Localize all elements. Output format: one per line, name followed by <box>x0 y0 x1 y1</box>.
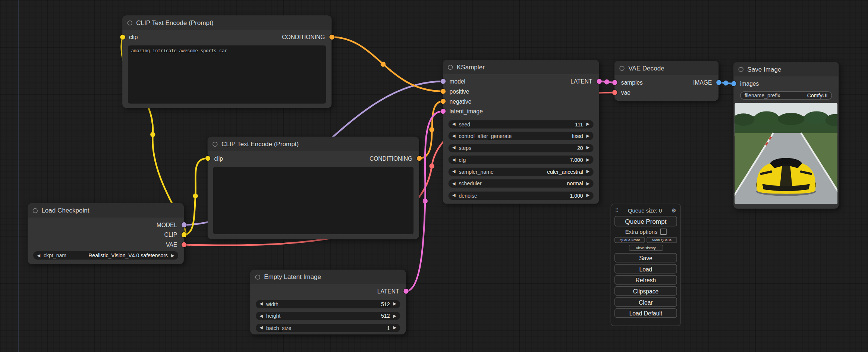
negative-input-port[interactable] <box>440 99 445 104</box>
load-default-button[interactable]: Load Default <box>614 308 677 318</box>
clip-input-port[interactable] <box>205 156 210 161</box>
increment-arrow-icon[interactable]: ▶ <box>586 134 590 138</box>
decrement-arrow-icon[interactable]: ◀ <box>452 194 456 198</box>
output-label-conditioning: CONDITIONING <box>369 155 412 162</box>
queue-prompt-button[interactable]: Queue Prompt <box>614 216 677 226</box>
prompt-textarea[interactable]: amazing intricate awesome sports car <box>128 45 326 104</box>
node-title-bar[interactable]: KSampler <box>443 60 599 74</box>
positive-input-port[interactable] <box>440 89 445 94</box>
view-history-button[interactable]: View History <box>629 245 663 251</box>
load-button[interactable]: Load <box>614 264 677 273</box>
widget-filename-prefix[interactable]: filename_prefix ComfyUI <box>740 91 832 100</box>
widget-scheduler[interactable]: ◀ scheduler normal ▶ <box>449 179 594 188</box>
node-clip-text-encode-2[interactable]: CLIP Text Encode (Prompt) clip CONDITION… <box>208 137 419 239</box>
widget-value: 20 <box>577 145 583 151</box>
widget-label: sampler_name <box>459 169 493 175</box>
increment-arrow-icon[interactable]: ▶ <box>586 146 590 150</box>
collapse-dot-icon[interactable] <box>33 208 38 213</box>
clipspace-button[interactable]: Clipspace <box>614 286 677 296</box>
drag-handle-icon[interactable]: ⠿ <box>615 208 619 213</box>
extra-options-row: Extra options <box>611 229 680 235</box>
node-title-bar[interactable]: Load Checkpoint <box>28 203 184 218</box>
increment-arrow-icon[interactable]: ▶ <box>586 158 590 162</box>
prompt-textarea[interactable] <box>213 167 413 234</box>
widget-seed[interactable]: ◀ seed 111 ▶ <box>449 120 594 128</box>
node-save-image[interactable]: Save Image images filename_prefix ComfyU… <box>733 62 839 208</box>
save-button[interactable]: Save <box>614 253 677 263</box>
node-title-bar[interactable]: Empty Latent Image <box>250 270 406 284</box>
node-title-bar[interactable]: Save Image <box>733 62 839 76</box>
decrement-arrow-icon[interactable]: ◀ <box>452 146 456 150</box>
decrement-arrow-icon[interactable]: ◀ <box>452 122 456 126</box>
decrement-arrow-icon[interactable]: ◀ <box>452 170 456 174</box>
collapse-dot-icon[interactable] <box>127 20 132 25</box>
widget-control-after-generate[interactable]: ◀ control_after_generate fixed ▶ <box>449 132 594 140</box>
slot-row: MODEL <box>28 220 184 230</box>
conditioning-output-port[interactable] <box>329 35 334 40</box>
increment-arrow-icon[interactable]: ▶ <box>393 314 396 318</box>
increment-arrow-icon[interactable]: ▶ <box>393 326 396 330</box>
clip-input-port[interactable] <box>120 35 125 40</box>
link-midpoint-dot <box>429 127 434 132</box>
node-load-checkpoint[interactable]: Load Checkpoint MODEL CLIP VAE ◀ ckpt_na… <box>28 203 184 264</box>
increment-arrow-icon[interactable]: ▶ <box>586 182 590 186</box>
collapse-dot-icon[interactable] <box>255 274 260 279</box>
vae-input-port[interactable] <box>612 90 617 95</box>
node-title-bar[interactable]: VAE Decode <box>614 61 718 75</box>
collapse-dot-icon[interactable] <box>619 66 624 70</box>
widget-ckpt-name[interactable]: ◀ ckpt_nam Realistic_Vision_V4.0.safeten… <box>33 251 178 260</box>
widget-cfg[interactable]: ◀ cfg 7.000 ▶ <box>449 155 594 164</box>
samples-input-port[interactable] <box>612 80 617 85</box>
input-label-clip: clip <box>129 34 138 41</box>
widget-steps[interactable]: ◀ steps 20 ▶ <box>449 144 594 152</box>
decrement-arrow-icon[interactable]: ◀ <box>260 326 263 330</box>
link-midpoint-dot <box>423 198 428 203</box>
node-graph-canvas[interactable]: CLIP Text Encode (Prompt) clip CONDITION… <box>0 0 868 352</box>
extra-options-checkbox[interactable] <box>660 229 666 235</box>
input-label-negative: negative <box>450 98 472 105</box>
widget-value: ComfyUI <box>807 92 828 98</box>
latent-output-port[interactable] <box>597 79 601 84</box>
latent-output-port[interactable] <box>403 289 408 293</box>
decrement-arrow-icon[interactable]: ◀ <box>37 254 40 258</box>
node-title-bar[interactable]: CLIP Text Encode (Prompt) <box>208 137 419 151</box>
widget-denoise[interactable]: ◀ denoise 1.000 ▶ <box>449 191 594 199</box>
view-queue-button[interactable]: View Queue <box>647 237 677 243</box>
images-input-port[interactable] <box>731 81 736 86</box>
increment-arrow-icon[interactable]: ▶ <box>393 302 396 306</box>
decrement-arrow-icon[interactable]: ◀ <box>260 314 263 318</box>
model-output-port[interactable] <box>181 222 186 227</box>
increment-arrow-icon[interactable]: ▶ <box>586 122 590 126</box>
node-empty-latent-image[interactable]: Empty Latent Image LATENT ◀ width 512 ▶ … <box>250 270 406 334</box>
node-title-bar[interactable]: CLIP Text Encode (Prompt) <box>122 16 331 30</box>
widget-sampler-name[interactable]: ◀ sampler_name euler_ancestral ▶ <box>449 167 594 176</box>
vae-output-port[interactable] <box>181 242 186 247</box>
decrement-arrow-icon[interactable]: ◀ <box>452 182 456 186</box>
widget-height[interactable]: ◀ height 512 ▶ <box>256 312 400 320</box>
widget-width[interactable]: ◀ width 512 ▶ <box>256 300 400 308</box>
collapse-dot-icon[interactable] <box>739 67 743 72</box>
increment-arrow-icon[interactable]: ▶ <box>586 170 590 174</box>
settings-gear-icon[interactable]: ⚙ <box>671 207 676 214</box>
node-clip-text-encode-1[interactable]: CLIP Text Encode (Prompt) clip CONDITION… <box>122 16 331 108</box>
latent-image-input-port[interactable] <box>440 109 445 114</box>
refresh-button[interactable]: Refresh <box>614 275 677 285</box>
widget-value: 111 <box>575 121 583 127</box>
increment-arrow-icon[interactable]: ▶ <box>586 194 590 198</box>
increment-arrow-icon[interactable]: ▶ <box>171 254 174 258</box>
image-output-port[interactable] <box>716 80 721 85</box>
decrement-arrow-icon[interactable]: ◀ <box>260 302 263 306</box>
widget-label: cfg <box>459 157 466 163</box>
decrement-arrow-icon[interactable]: ◀ <box>452 158 456 162</box>
decrement-arrow-icon[interactable]: ◀ <box>452 134 456 138</box>
collapse-dot-icon[interactable] <box>213 141 217 146</box>
widget-batch-size[interactable]: ◀ batch_size 1 ▶ <box>256 324 400 332</box>
collapse-dot-icon[interactable] <box>448 65 453 69</box>
clear-button[interactable]: Clear <box>614 297 677 307</box>
node-ksampler[interactable]: KSampler model LATENT positive negative … <box>443 60 599 204</box>
conditioning-output-port[interactable] <box>416 156 421 161</box>
queue-front-button[interactable]: Queue Front <box>614 237 645 243</box>
clip-output-port[interactable] <box>181 232 186 237</box>
model-input-port[interactable] <box>440 79 445 84</box>
node-vae-decode[interactable]: VAE Decode samples IMAGE vae <box>614 61 718 101</box>
